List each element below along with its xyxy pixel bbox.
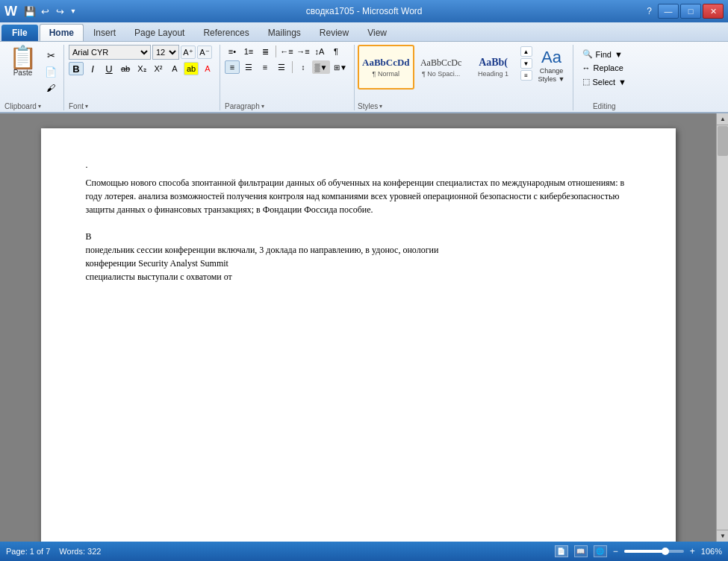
styles-scroll-up[interactable]: ▲ (520, 46, 532, 57)
bold-btn[interactable]: B (69, 62, 84, 75)
find-label: Find (596, 50, 612, 59)
highlight-btn[interactable]: ab (184, 62, 199, 75)
select-button[interactable]: ⬚ Select ▼ (578, 75, 631, 88)
tab-home[interactable]: Home (40, 24, 84, 41)
text-effects-btn[interactable]: A (167, 62, 182, 75)
style-heading1[interactable]: AaBb( Heading 1 (468, 45, 519, 90)
align-right-btn[interactable]: ≡ (258, 60, 273, 74)
styles-group-label: Styles (358, 102, 378, 110)
paste-label: Paste (13, 69, 33, 77)
style-normal[interactable]: AaBbCcDd ¶ Normal (358, 45, 414, 90)
increase-font-btn[interactable]: A⁺ (181, 46, 196, 59)
borders-btn[interactable]: ⊞▼ (332, 60, 349, 74)
view-reading-btn[interactable]: 📖 (574, 545, 588, 557)
paragraph-expand-icon[interactable]: ▾ (261, 103, 264, 110)
zoom-level[interactable]: 106% (701, 547, 722, 556)
status-bar: Page: 1 of 7 Words: 322 📄 📖 🌐 − + 106% (0, 542, 728, 561)
select-label: Select (593, 78, 616, 87)
redo-qat-btn[interactable]: ↪ (53, 4, 66, 18)
scroll-track (717, 125, 728, 530)
styles-expand-icon[interactable]: ▾ (379, 103, 382, 110)
close-btn[interactable]: ✕ (703, 4, 724, 19)
styles-scroll-down[interactable]: ▼ (520, 58, 532, 69)
shading-btn[interactable]: ▒▼ (312, 60, 330, 74)
clipboard-group: 📋 Paste ✂ 📄 🖌 Clipboard ▾ (3, 45, 64, 110)
cut-button[interactable]: ✂ (43, 48, 59, 63)
doc-paragraph-1[interactable]: Спомощью нового способа зпонтанной фильт… (86, 176, 631, 216)
tab-view[interactable]: View (358, 25, 396, 41)
decrease-font-btn[interactable]: A⁻ (197, 46, 212, 59)
find-button[interactable]: 🔍 Find ▼ (578, 48, 631, 60)
page-info: Page: 1 of 7 (6, 547, 50, 556)
paste-button[interactable]: 📋 Paste (4, 45, 41, 78)
quick-access-toolbar: 💾 ↩ ↪ ▼ (20, 4, 81, 18)
change-styles-button[interactable]: Aa ChangeStyles ▼ (534, 45, 570, 87)
view-web-btn[interactable]: 🌐 (594, 545, 607, 557)
justify-btn[interactable]: ☰ (274, 60, 289, 74)
styles-more[interactable]: ≡ (520, 70, 532, 81)
line-spacing-btn[interactable]: ↕ (296, 60, 311, 74)
zoom-in-btn[interactable]: + (690, 546, 695, 557)
sort-btn[interactable]: ↕A (312, 45, 327, 58)
doc-paragraph-2[interactable]: В понедельник сессии конференции включал… (86, 230, 631, 283)
numbering-btn[interactable]: 1≡ (241, 45, 256, 58)
multilevel-btn[interactable]: ≣ (258, 45, 273, 58)
show-formatting-btn[interactable]: ¶ (329, 45, 343, 58)
tab-review[interactable]: Review (311, 25, 358, 41)
replace-button[interactable]: ↔ Replace (578, 62, 631, 74)
font-color-btn[interactable]: A (200, 62, 215, 75)
scroll-up-btn[interactable]: ▲ (717, 113, 728, 125)
save-qat-btn[interactable]: 💾 (23, 4, 37, 18)
style-no-spacing-label: ¶ No Spaci... (422, 70, 460, 78)
italic-btn[interactable]: I (85, 62, 100, 75)
tab-mailings[interactable]: Mailings (259, 25, 310, 41)
title-bar-text: сводка1705 - Microsoft Word (81, 6, 647, 16)
font-expand-icon[interactable]: ▾ (85, 103, 88, 110)
scroll-thumb[interactable] (718, 126, 728, 156)
font-size-select[interactable]: 12 (152, 45, 179, 60)
word-count: Words: 322 (59, 547, 101, 556)
vertical-scrollbar: ▲ ▼ (716, 113, 728, 542)
clipboard-group-label: Clipboard (4, 102, 37, 110)
style-normal-label: ¶ Normal (373, 70, 399, 78)
qat-customize-btn[interactable]: ▼ (68, 4, 78, 18)
app-window: W 💾 ↩ ↪ ▼ сводка1705 - Microsoft Word ? … (0, 0, 728, 561)
style-no-spacing[interactable]: AaBbCcDc ¶ No Spaci... (416, 45, 467, 90)
style-heading1-preview: AaBb( (479, 57, 508, 69)
subscript-btn[interactable]: X₂ (134, 62, 149, 75)
font-group: Arial CYR 12 A⁺ A⁻ B I U ab X₂ X² A a (64, 45, 220, 110)
tab-references[interactable]: References (194, 25, 258, 41)
paragraph-group-label: Paragraph (225, 102, 260, 110)
font-name-select[interactable]: Arial CYR (69, 45, 151, 60)
tab-file[interactable]: File (1, 25, 38, 41)
view-print-btn[interactable]: 📄 (555, 545, 568, 557)
find-icon: 🔍 (582, 49, 593, 59)
document-page: . Спомощью нового способа зпонтанной фил… (41, 128, 676, 542)
undo-qat-btn[interactable]: ↩ (38, 4, 52, 18)
bullets-btn[interactable]: ≡• (225, 45, 240, 58)
tab-page-layout[interactable]: Page Layout (125, 25, 193, 41)
help-btn[interactable]: ? (647, 6, 652, 16)
align-left-btn[interactable]: ≡ (225, 60, 240, 74)
replace-icon: ↔ (582, 63, 591, 72)
increase-indent-btn[interactable]: →≡ (296, 45, 311, 58)
copy-button[interactable]: 📄 (43, 64, 59, 79)
paragraph-group: ≡• 1≡ ≣ ←≡ →≡ ↕A ¶ ≡ ☰ ≡ ☰ ↕ ▒▼ (220, 45, 355, 110)
strikethrough-btn[interactable]: ab (118, 62, 133, 75)
clipboard-expand-icon[interactable]: ▾ (38, 103, 41, 110)
paste-icon: 📋 (9, 46, 37, 69)
zoom-slider[interactable] (624, 550, 684, 553)
doc-paragraph-break (86, 222, 631, 230)
style-normal-preview: AaBbCcDd (362, 57, 410, 69)
superscript-btn[interactable]: X² (151, 62, 166, 75)
styles-group: AaBbCcDd ¶ Normal AaBbCcDc ¶ No Spaci...… (355, 45, 573, 110)
minimize-btn[interactable]: — (658, 4, 679, 19)
format-painter-button[interactable]: 🖌 (43, 81, 59, 95)
maximize-btn[interactable]: □ (680, 4, 701, 19)
align-center-btn[interactable]: ☰ (241, 60, 256, 74)
scroll-down-btn[interactable]: ▼ (717, 530, 728, 542)
underline-btn[interactable]: U (102, 62, 116, 75)
decrease-indent-btn[interactable]: ←≡ (279, 45, 294, 58)
zoom-out-btn[interactable]: − (613, 546, 618, 557)
tab-insert[interactable]: Insert (84, 25, 125, 41)
